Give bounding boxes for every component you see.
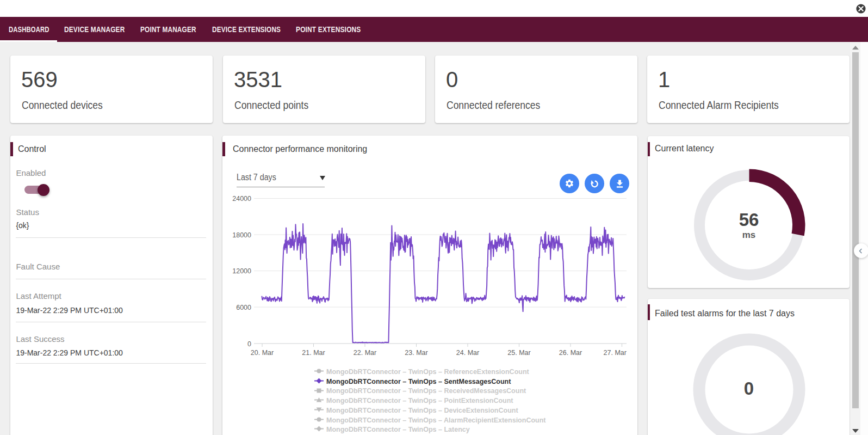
svg-text:12000: 12000	[232, 267, 251, 275]
svg-text:21. Mar: 21. Mar	[302, 349, 325, 357]
svg-text:24. Mar: 24. Mar	[456, 349, 479, 357]
svg-text:20. Mar: 20. Mar	[251, 349, 274, 357]
svg-text:6000: 6000	[236, 304, 251, 311]
svg-text:25. Mar: 25. Mar	[507, 349, 530, 357]
svg-text:0: 0	[247, 340, 251, 348]
svg-text:24000: 24000	[232, 195, 251, 203]
svg-text:18000: 18000	[232, 231, 251, 239]
svg-text:22. Mar: 22. Mar	[354, 349, 376, 357]
svg-text:27. Mar: 27. Mar	[604, 349, 627, 357]
svg-text:26. Mar: 26. Mar	[559, 349, 582, 357]
svg-text:23. Mar: 23. Mar	[405, 349, 427, 357]
